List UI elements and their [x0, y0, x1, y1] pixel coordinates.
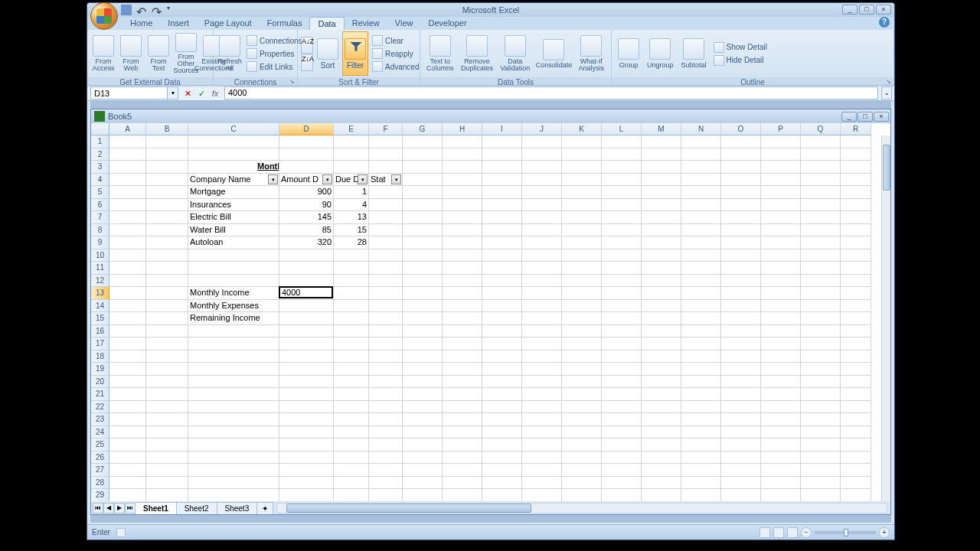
consolidate-button[interactable]: Consolidate [534, 31, 573, 76]
column-header-m[interactable]: M [642, 123, 681, 135]
zoom-out-button[interactable]: − [801, 527, 812, 538]
enter-edit-button[interactable]: ✓ [195, 87, 207, 99]
tab-view[interactable]: View [387, 17, 421, 30]
column-header-l[interactable]: L [602, 123, 642, 135]
row-header-28[interactable]: 28 [91, 477, 109, 490]
clear-button[interactable]: Clear [370, 34, 421, 47]
row-header-18[interactable]: 18 [91, 350, 109, 364]
subtotal-button[interactable]: Subtotal [678, 31, 710, 76]
vertical-scroll-thumb[interactable] [883, 145, 890, 191]
column-header-f[interactable]: F [369, 123, 403, 135]
redo-icon[interactable]: ↷ [152, 5, 162, 15]
properties-button[interactable]: Properties [244, 47, 305, 60]
prev-sheet-button[interactable]: ◀ [103, 503, 114, 514]
wb-maximize-button[interactable]: □ [858, 112, 873, 122]
row-header-12[interactable]: 12 [91, 275, 109, 288]
save-icon[interactable] [121, 5, 132, 15]
column-header-p[interactable]: P [761, 123, 801, 135]
column-header-j[interactable]: J [522, 123, 562, 135]
row-header-25[interactable]: 25 [91, 439, 109, 452]
column-header-h[interactable]: H [443, 123, 482, 135]
text-to-columns-button[interactable]: Text to Columns [423, 31, 456, 76]
cell-grid[interactable]: Monthly ExpensesCompany Name▾Amount D▾Du… [109, 135, 881, 501]
office-button[interactable] [90, 2, 118, 30]
normal-view-button[interactable] [760, 527, 770, 538]
row-header-3[interactable]: 3 [91, 161, 109, 174]
wb-close-button[interactable]: × [874, 112, 889, 122]
undo-icon[interactable]: ↶ [136, 5, 147, 15]
row-header-29[interactable]: 29 [91, 489, 109, 501]
from-web-button[interactable]: From Web [118, 31, 144, 76]
column-header-a[interactable]: A [109, 123, 146, 135]
minimize-button[interactable]: _ [842, 5, 858, 15]
qat-dropdown-icon[interactable]: ▾ [167, 5, 178, 15]
reapply-button[interactable]: Reapply [370, 47, 421, 60]
from-access-button[interactable]: From Access [90, 31, 116, 76]
connections-button[interactable]: Connections [244, 34, 305, 47]
column-header-n[interactable]: N [681, 123, 721, 135]
row-header-26[interactable]: 26 [91, 452, 109, 465]
tab-formulas[interactable]: Formulas [260, 17, 310, 30]
sort-za-button[interactable]: Z↓A [301, 54, 313, 71]
tab-home[interactable]: Home [122, 17, 160, 30]
row-header-24[interactable]: 24 [91, 426, 109, 439]
row-header-7[interactable]: 7 [91, 211, 109, 224]
next-sheet-button[interactable]: ▶ [114, 503, 125, 514]
column-header-g[interactable]: G [403, 123, 443, 135]
column-header-i[interactable]: I [482, 123, 522, 135]
row-header-22[interactable]: 22 [91, 401, 109, 414]
remove-duplicates-button[interactable]: Remove Duplicates [458, 31, 495, 76]
insert-function-button[interactable]: fx [209, 87, 221, 99]
hide-detail-button[interactable]: Hide Detail [711, 54, 769, 67]
tab-developer[interactable]: Developer [420, 17, 474, 30]
select-all-corner[interactable] [91, 123, 109, 135]
macro-record-icon[interactable] [116, 528, 126, 537]
tab-page-layout[interactable]: Page Layout [197, 17, 260, 30]
horizontal-scroll-thumb[interactable] [286, 504, 531, 513]
column-header-c[interactable]: C [188, 123, 279, 135]
data-validation-button[interactable]: Data Validation [497, 31, 533, 76]
row-header-10[interactable]: 10 [91, 249, 109, 262]
tab-review[interactable]: Review [345, 17, 387, 30]
column-header-k[interactable]: K [562, 123, 602, 135]
close-button[interactable]: × [876, 5, 891, 15]
row-header-6[interactable]: 6 [91, 199, 109, 212]
filter-button[interactable]: Filter [342, 31, 368, 76]
formula-input[interactable]: 4000 [224, 86, 878, 99]
row-header-15[interactable]: 15 [91, 312, 109, 325]
from-text-button[interactable]: From Text [145, 31, 172, 76]
cancel-edit-button[interactable]: ✕ [181, 87, 194, 99]
show-detail-button[interactable]: Show Detail [711, 41, 769, 54]
row-header-20[interactable]: 20 [91, 376, 109, 389]
sheet-tab-1[interactable]: Sheet1 [135, 502, 177, 514]
row-header-8[interactable]: 8 [91, 224, 109, 237]
tab-insert[interactable]: Insert [160, 17, 197, 30]
row-header-2[interactable]: 2 [91, 148, 109, 161]
first-sheet-button[interactable]: ⏮ [93, 503, 103, 514]
page-break-view-button[interactable] [787, 527, 798, 538]
row-header-4[interactable]: 4 [91, 174, 109, 187]
row-header-1[interactable]: 1 [91, 135, 109, 148]
vertical-scrollbar[interactable] [881, 135, 890, 501]
column-header-d[interactable]: D [279, 123, 334, 135]
zoom-in-button[interactable]: + [879, 527, 890, 538]
row-header-17[interactable]: 17 [91, 337, 109, 350]
column-header-o[interactable]: O [721, 123, 761, 135]
name-box[interactable]: D13▾ [90, 86, 178, 99]
active-cell-editing[interactable]: 4000 [279, 286, 333, 298]
row-header-21[interactable]: 21 [91, 388, 109, 401]
row-header-14[interactable]: 14 [91, 300, 109, 313]
wb-minimize-button[interactable]: _ [841, 112, 857, 122]
advanced-button[interactable]: Advanced [370, 60, 421, 73]
row-header-23[interactable]: 23 [91, 413, 109, 426]
row-header-19[interactable]: 19 [91, 363, 109, 376]
zoom-slider[interactable] [815, 531, 876, 534]
what-if-analysis-button[interactable]: What-If Analysis [575, 31, 608, 76]
sheet-tab-3[interactable]: Sheet3 [217, 502, 258, 514]
formula-expand-icon[interactable]: ⌄ [881, 86, 892, 99]
help-icon[interactable]: ? [879, 17, 890, 28]
row-header-13[interactable]: 13 [91, 287, 109, 300]
row-header-16[interactable]: 16 [91, 325, 109, 338]
ungroup-button[interactable]: Ungroup [644, 31, 677, 76]
sort-az-button[interactable]: A↓Z [301, 37, 313, 54]
